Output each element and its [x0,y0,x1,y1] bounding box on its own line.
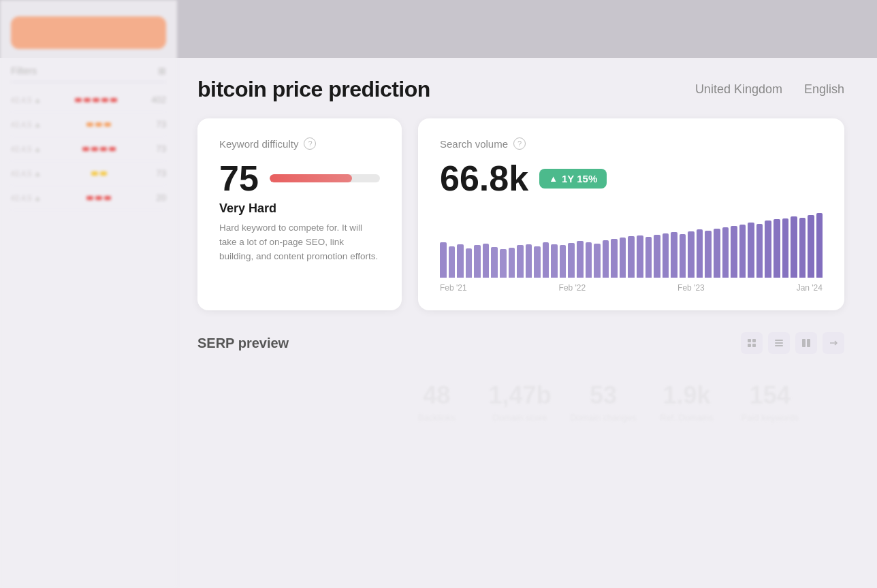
serp-preview-title: SERP preview [197,336,289,351]
chart-bar [774,219,780,278]
search-volume-chart: Feb '21 Feb '22 Feb '23 Jan '24 [440,210,823,291]
chart-bar [791,216,797,278]
main-area: bitcoin price prediction United Kingdom … [0,58,877,423]
header-row: bitcoin price prediction United Kingdom … [0,58,877,118]
chart-bar [534,246,541,278]
serp-header: SERP preview [197,332,844,354]
chart-bar [671,232,677,278]
keyword-difficulty-card: Keyword difficulty ? 75 Very Hard Hard k… [197,118,402,310]
header-meta: United Kingdom English [695,82,844,97]
sv-badge-text: 1Y 15% [562,173,597,184]
kd-card-header: Keyword difficulty ? [219,137,380,150]
chart-bar [517,245,524,278]
kd-number: 75 [219,161,259,196]
sv-card-header: Search volume ? [440,137,823,150]
svg-rect-8 [807,339,810,347]
kd-help-icon[interactable]: ? [304,137,316,150]
chart-bar [688,231,695,278]
top-bar [0,0,877,58]
serp-control-btn-2[interactable] [768,332,790,354]
chart-bar [526,244,532,278]
stat-backlinks: 48 Backlinks [395,381,478,423]
chart-bar [628,236,635,278]
svg-rect-0 [748,339,751,342]
chart-bar [449,246,456,278]
chart-bar [722,227,729,278]
chart-bar [568,243,575,278]
chart-bar [611,239,618,278]
sv-label: Search volume [440,138,508,150]
sv-number: 66.8k [440,161,528,196]
chart-bar [637,235,643,278]
chart-bar [551,244,558,278]
stat-paid-keywords-value: 154 [729,381,812,410]
kd-value-row: 75 [219,161,380,196]
chart-bar [816,213,823,278]
chart-bar [543,242,549,278]
chart-bar [731,226,737,278]
stat-ref-domains-label: Ref. Domains [645,412,728,423]
chart-bar [705,231,712,278]
kd-difficulty-label: Very Hard [219,201,380,216]
chart-label-feb22: Feb '22 [559,283,586,293]
chart-bar [645,237,652,278]
stat-domain-score-value: 1,47b [478,381,561,410]
chart-labels: Feb '21 Feb '22 Feb '23 Jan '24 [440,283,823,293]
sv-help-icon[interactable]: ? [513,137,526,150]
list-icon [774,338,784,348]
chart-bar [603,240,609,278]
language-label[interactable]: English [804,82,844,97]
serp-control-btn-1[interactable] [741,332,763,354]
serp-controls [741,332,844,354]
grid-icon [746,338,757,348]
chart-bar [586,242,592,278]
chart-bar [739,225,746,278]
chart-bar [782,218,789,278]
svg-rect-5 [775,342,783,344]
kd-description: Hard keyword to compete for. It will tak… [219,221,380,264]
chart-label-feb23: Feb '23 [677,283,705,293]
chart-bar [654,235,660,278]
chart-bar [680,234,686,278]
chart-bar [620,238,626,278]
sv-value-row: 66.8k ▲ 1Y 15% [440,161,823,196]
sv-badge: ▲ 1Y 15% [539,169,607,189]
stat-ref-domains: 1.9k Ref. Domains [645,381,728,423]
chart-bar [748,223,754,278]
svg-rect-6 [775,345,783,346]
chart-bar [663,233,669,278]
chart-bar [500,249,507,278]
chart-bar [509,248,515,278]
stat-backlinks-label: Backlinks [395,412,478,423]
expand-icon [828,338,839,348]
svg-rect-2 [748,344,751,347]
chart-bar [440,242,447,278]
serp-control-btn-3[interactable] [795,332,817,354]
chart-bar [474,245,481,278]
stat-ref-domains-value: 1.9k [645,381,728,410]
chart-bar [560,245,567,278]
svg-rect-1 [752,339,756,342]
stat-domain-changes-value: 53 [562,381,645,410]
chart-bar [765,220,771,278]
chart-bar [466,248,473,278]
kd-progress-fill [270,174,353,182]
kd-label: Keyword difficulty [219,138,298,150]
stat-domain-changes-label: Domain changes [562,412,645,423]
columns-icon [801,338,812,348]
stat-domain-score: 1,47b Domain score [478,381,561,423]
chart-bars [440,210,823,278]
chart-bar [594,244,601,278]
chart-bar [491,247,498,278]
chart-bar [483,244,490,278]
serp-section: SERP preview [0,332,877,423]
page-title: bitcoin price prediction [197,77,430,102]
chart-bar [714,229,720,278]
svg-rect-4 [775,340,783,341]
chart-bar [577,241,584,278]
kd-progress-bar [270,174,380,182]
country-label[interactable]: United Kingdom [695,82,782,97]
svg-rect-7 [802,339,806,347]
serp-control-btn-4[interactable] [823,332,844,354]
chart-bar [808,215,814,278]
